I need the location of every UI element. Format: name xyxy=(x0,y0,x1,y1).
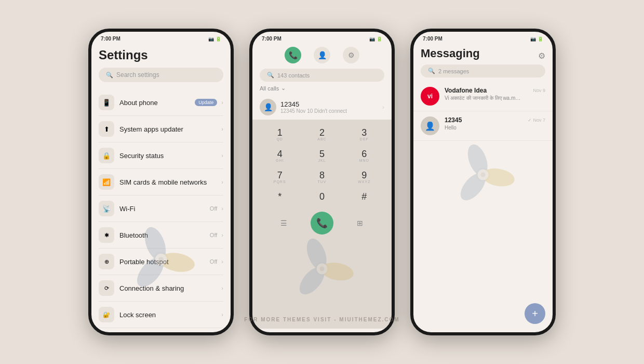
svg-point-13 xyxy=(464,142,491,178)
status-icons-messaging: 📷🔋 xyxy=(530,36,543,42)
dialer-tab-settings[interactable]: ⚙ xyxy=(343,47,359,63)
wifi-arrow: › xyxy=(221,205,223,212)
status-bar-messaging: 7:00 PM 📷🔋 xyxy=(413,32,553,44)
msg-text-vodafone: Vi अकाउंट की जानकारी के लिए wa.me/919654… xyxy=(445,95,522,101)
messaging-search[interactable]: 🔍 2 messages xyxy=(421,64,545,77)
dialer-menu-icon[interactable]: ☰ xyxy=(277,216,291,230)
fan-watermark-messaging xyxy=(444,136,522,214)
dial-key-0[interactable]: 0 xyxy=(302,189,342,204)
call-item-arrow: › xyxy=(382,104,384,110)
about-arrow: › xyxy=(221,99,223,106)
dial-key-3[interactable]: 3DEF xyxy=(344,125,384,144)
connection-label: Connection & sharing xyxy=(119,284,184,292)
msg-item-vodafone[interactable]: vi Vodafone Idea Nov 9 Vi अकाउंट की जानक… xyxy=(413,82,553,111)
settings-item-display[interactable]: ☀ Display › xyxy=(99,328,223,329)
settings-search-bar[interactable]: 🔍 Search settings xyxy=(99,68,223,82)
messaging-title: Messaging xyxy=(421,47,480,64)
hotspot-value: Off xyxy=(210,258,217,265)
connection-icon: ⟳ xyxy=(99,280,114,296)
hotspot-arrow: › xyxy=(221,258,223,265)
settings-item-about[interactable]: 📱 About phone Update › xyxy=(99,89,223,116)
settings-item-sysapps[interactable]: ⬆ System apps updater › xyxy=(99,116,223,142)
svg-point-9 xyxy=(295,263,329,298)
connection-arrow: › xyxy=(221,285,223,291)
status-icons-settings: 📷🔋 xyxy=(208,36,221,42)
messaging-search-placeholder: 2 messages xyxy=(438,68,469,74)
bluetooth-label: Bluetooth xyxy=(119,231,148,239)
lockscreen-arrow: › xyxy=(221,311,223,318)
phone-dialer: 7:00 PM 📷🔋 📞 👤 ⚙ 🔍 143 contacts All call… xyxy=(249,29,395,335)
dialer-tab-calls[interactable]: 📞 xyxy=(285,47,301,63)
msg-avatar-12345: 👤 xyxy=(421,116,439,135)
msg-checkmark: ✓ xyxy=(528,118,533,123)
dial-key-7[interactable]: 7PQRS xyxy=(260,167,300,187)
status-icons-dialer: 📷🔋 xyxy=(369,36,382,42)
dial-key-6[interactable]: 6MNO xyxy=(344,146,384,165)
svg-point-16 xyxy=(478,170,489,180)
dialer-tabs: 📞 👤 ⚙ xyxy=(252,44,392,67)
dial-key-1[interactable]: 1QD xyxy=(260,125,300,144)
settings-item-connection[interactable]: ⟳ Connection & sharing › xyxy=(99,275,223,302)
call-detail: 12345 Nov 10 Didn't connect xyxy=(280,108,378,114)
settings-item-lockscreen[interactable]: 🔐 Lock screen › xyxy=(99,302,223,328)
status-bar-dialer: 7:00 PM 📷🔋 xyxy=(252,32,392,44)
call-name: 12345 xyxy=(280,100,378,108)
msg-body-vodafone: Vodafone Idea Nov 9 Vi अकाउंट की जानकारी… xyxy=(445,87,545,101)
dialer-content: 📞 👤 ⚙ 🔍 143 contacts All calls ⌄ 👤 12345… xyxy=(252,44,392,329)
recent-call-item[interactable]: 👤 12345 12345 Nov 10 Didn't connect › xyxy=(252,95,392,120)
filter-chevron: ⌄ xyxy=(281,85,286,92)
lockscreen-label: Lock screen xyxy=(119,311,156,319)
settings-item-wifi[interactable]: 📡 Wi-Fi Off › xyxy=(99,196,223,222)
dialer-pad-area: 1QD 2ABC 3DEF 4GHI 5JKL 6MNO 7PQRS 8TUV … xyxy=(252,120,392,329)
dial-key-9[interactable]: 9WXYZ xyxy=(344,167,384,187)
messaging-header: Messaging ⚙ 🔍 2 messages xyxy=(413,44,553,82)
dialer-bottom-bar: ☰ 📞 ⊞ xyxy=(260,207,384,238)
call-button[interactable]: 📞 xyxy=(311,212,333,235)
msg-time-vodafone: Nov 9 xyxy=(533,88,545,93)
dial-key-star[interactable]: * xyxy=(260,189,300,204)
dialer-tab-contacts[interactable]: 👤 xyxy=(314,47,330,63)
bluetooth-value: Off xyxy=(210,232,217,238)
hotspot-icon: ⊕ xyxy=(99,254,114,269)
compose-fab[interactable]: + xyxy=(525,303,545,324)
msg-sender-vodafone: Vodafone Idea xyxy=(445,87,487,94)
dialer-search[interactable]: 🔍 143 contacts xyxy=(260,69,384,82)
dial-key-2[interactable]: 2ABC xyxy=(302,125,342,144)
messaging-settings-icon[interactable]: ⚙ xyxy=(538,51,545,61)
time-settings: 7:00 PM xyxy=(101,36,120,42)
update-badge: Update xyxy=(195,99,217,106)
settings-item-hotspot[interactable]: ⊕ Portable hotspot Off › xyxy=(99,249,223,275)
sysapps-label: System apps updater xyxy=(119,125,183,133)
messaging-fan-area xyxy=(413,141,553,245)
security-label: Security status xyxy=(119,152,164,160)
sim-icon: 📶 xyxy=(99,174,114,190)
settings-item-sim[interactable]: 📶 SIM cards & mobile networks › xyxy=(99,169,223,196)
bluetooth-icon: ✱ xyxy=(99,227,114,243)
dialer-grid-icon[interactable]: ⊞ xyxy=(353,216,367,230)
sysapps-icon: ⬆ xyxy=(99,121,114,137)
msg-time-12345: ✓ Nov 7 xyxy=(528,118,545,123)
settings-item-security[interactable]: 🔒 Security status › xyxy=(99,142,223,169)
dial-key-4[interactable]: 4GHI xyxy=(260,146,300,165)
search-icon: 🔍 xyxy=(106,72,113,79)
dial-key-5[interactable]: 5JKL xyxy=(302,146,342,165)
messaging-content: Messaging ⚙ 🔍 2 messages vi Vodafone Ide… xyxy=(413,44,553,329)
settings-item-bluetooth[interactable]: ✱ Bluetooth Off › xyxy=(99,222,223,249)
dial-key-8[interactable]: 8TUV xyxy=(302,167,342,187)
phone-messaging: 7:00 PM 📷🔋 Messaging ⚙ 🔍 2 messages vi xyxy=(410,29,556,335)
calls-filter-label: All calls xyxy=(260,85,279,92)
wifi-icon: 📡 xyxy=(99,201,114,216)
msg-item-12345[interactable]: 👤 12345 ✓ Nov 7 Hello xyxy=(413,111,553,141)
msg-body-12345: 12345 ✓ Nov 7 Hello xyxy=(445,116,545,131)
time-messaging: 7:00 PM xyxy=(423,36,442,42)
call-avatar: 👤 xyxy=(260,99,276,115)
svg-point-8 xyxy=(320,260,355,282)
sim-label: SIM cards & mobile networks xyxy=(119,178,207,186)
dial-key-hash[interactable]: # xyxy=(344,189,384,204)
settings-title: Settings xyxy=(99,44,223,68)
svg-point-11 xyxy=(320,267,325,271)
svg-point-6 xyxy=(315,262,329,276)
msg-text-12345: Hello xyxy=(445,125,522,131)
calls-filter[interactable]: All calls ⌄ xyxy=(252,85,392,95)
sysapps-arrow: › xyxy=(221,126,223,132)
